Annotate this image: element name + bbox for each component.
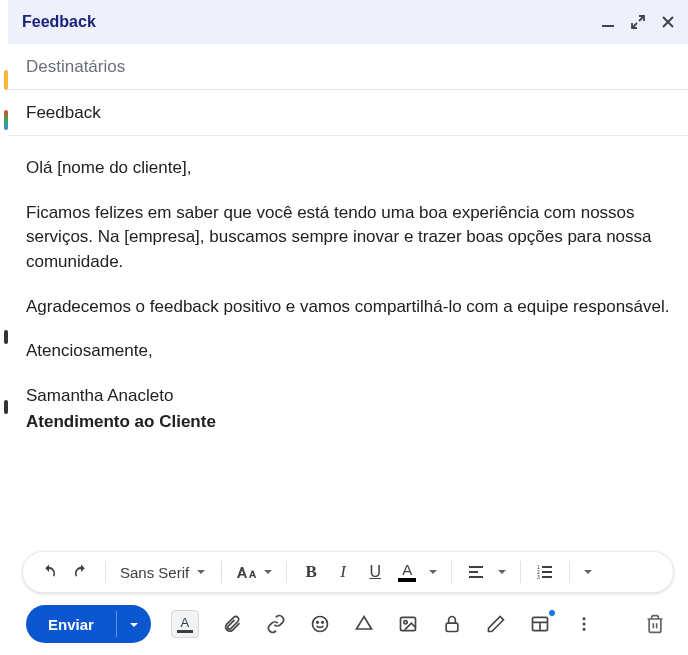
- font-size-button[interactable]: [234, 560, 274, 584]
- chevron-down-icon[interactable]: [496, 566, 508, 578]
- body-closing: Atenciosamente,: [26, 339, 670, 364]
- more-vertical-icon: [575, 615, 593, 633]
- subject-field[interactable]: Feedback: [8, 90, 688, 136]
- signature-name: Samantha Anacleto: [26, 384, 670, 409]
- numbered-list-button[interactable]: 123: [533, 560, 557, 584]
- expand-button[interactable]: [630, 14, 646, 30]
- svg-rect-5: [542, 571, 552, 573]
- svg-rect-15: [446, 623, 458, 631]
- emoji-icon: [310, 614, 330, 634]
- insert-emoji-button[interactable]: [309, 613, 331, 635]
- layout-options-button[interactable]: [529, 613, 551, 635]
- paperclip-icon: [222, 614, 242, 634]
- insert-signature-button[interactable]: [485, 613, 507, 635]
- image-icon: [398, 614, 418, 634]
- thread-color-strip: [0, 0, 8, 655]
- lock-clock-icon: [442, 614, 462, 634]
- layout-icon: [530, 614, 550, 634]
- confidential-mode-button[interactable]: [441, 613, 463, 635]
- underline-button[interactable]: U: [363, 563, 387, 581]
- chevron-down-icon[interactable]: [427, 566, 439, 578]
- svg-rect-3: [469, 576, 483, 578]
- svg-rect-4: [542, 566, 552, 568]
- subject-text: Feedback: [26, 103, 101, 123]
- chevron-down-icon: [195, 566, 207, 578]
- font-family-label: Sans Serif: [120, 564, 189, 581]
- text-color-icon: A: [402, 562, 412, 577]
- text-format-icon: A: [181, 616, 190, 629]
- svg-point-14: [404, 621, 407, 624]
- insert-photo-button[interactable]: [397, 613, 419, 635]
- svg-text:3: 3: [537, 574, 540, 580]
- redo-button[interactable]: [69, 560, 93, 584]
- more-options-button[interactable]: [573, 613, 595, 635]
- toolbar-separator: [569, 561, 570, 583]
- drive-icon: [354, 614, 374, 634]
- svg-rect-1: [469, 566, 483, 568]
- svg-point-10: [312, 617, 327, 632]
- bold-button[interactable]: B: [299, 562, 323, 582]
- undo-button[interactable]: [37, 560, 61, 584]
- titlebar-actions: [600, 14, 676, 30]
- toolbar-separator: [520, 561, 521, 583]
- trash-icon: [645, 614, 665, 634]
- insert-link-button[interactable]: [265, 613, 287, 635]
- window-title: Feedback: [22, 13, 96, 31]
- svg-rect-0: [602, 25, 614, 27]
- action-row-left: Enviar A: [26, 605, 595, 643]
- send-split-button: Enviar: [26, 605, 151, 643]
- italic-button[interactable]: I: [331, 562, 355, 582]
- signature-role: Atendimento ao Cliente: [26, 410, 670, 435]
- toolbar-separator: [451, 561, 452, 583]
- chevron-down-icon: [130, 615, 138, 633]
- chevron-down-icon: [262, 566, 274, 578]
- formatting-toolbar: Sans Serif B I U A 123: [22, 551, 674, 593]
- toolbar-separator: [221, 561, 222, 583]
- link-icon: [266, 614, 286, 634]
- send-label: Enviar: [48, 616, 94, 633]
- message-body[interactable]: Olá [nome do cliente], Ficamos felizes e…: [8, 136, 688, 545]
- toolbar-separator: [105, 561, 106, 583]
- insert-drive-button[interactable]: [353, 613, 375, 635]
- close-button[interactable]: [660, 14, 676, 30]
- discard-draft-button[interactable]: [644, 613, 666, 635]
- formatting-options-button[interactable]: A: [171, 610, 199, 638]
- body-greeting: Olá [nome do cliente],: [26, 156, 670, 181]
- svg-point-11: [317, 622, 319, 624]
- font-family-picker[interactable]: Sans Serif: [118, 564, 209, 581]
- pen-icon: [486, 614, 506, 634]
- titlebar: Feedback: [8, 0, 688, 44]
- text-color-bar: [398, 578, 416, 582]
- svg-point-17: [582, 617, 585, 620]
- svg-rect-6: [542, 576, 552, 578]
- more-formatting-button[interactable]: [582, 566, 594, 578]
- notification-dot: [549, 610, 555, 616]
- toolbar-separator: [286, 561, 287, 583]
- compose-action-icons: A: [171, 610, 595, 638]
- send-button[interactable]: Enviar: [26, 605, 116, 643]
- minimize-button[interactable]: [600, 14, 616, 30]
- compose-window: Feedback Destinatários Feedback Olá [nom…: [8, 0, 688, 655]
- svg-point-12: [322, 622, 324, 624]
- svg-point-18: [582, 623, 585, 626]
- body-paragraph-2: Agradecemos o feedback positivo e vamos …: [26, 295, 670, 320]
- recipients-placeholder: Destinatários: [26, 57, 125, 77]
- send-more-button[interactable]: [117, 605, 151, 643]
- attach-file-button[interactable]: [221, 613, 243, 635]
- align-button[interactable]: [464, 560, 488, 584]
- svg-point-19: [582, 628, 585, 631]
- svg-rect-2: [469, 571, 478, 573]
- body-paragraph-1: Ficamos felizes em saber que você está t…: [26, 201, 670, 275]
- recipients-field[interactable]: Destinatários: [8, 44, 688, 90]
- action-row: Enviar A: [8, 593, 688, 655]
- text-color-button[interactable]: A: [395, 562, 419, 582]
